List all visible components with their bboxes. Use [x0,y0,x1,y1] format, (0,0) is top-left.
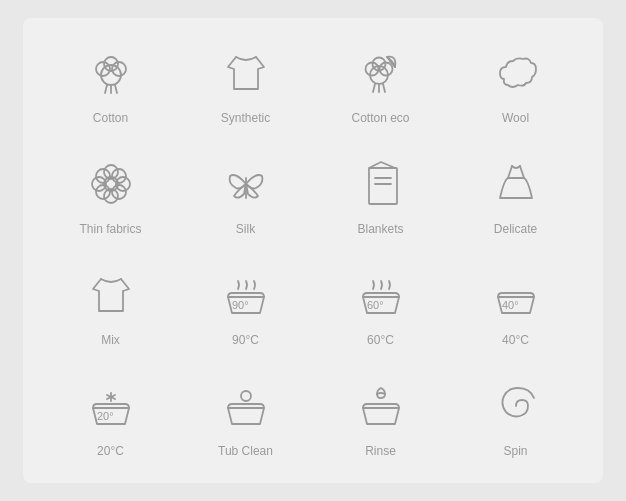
silk-icon [216,154,276,214]
svg-point-19 [96,169,110,183]
thin-fabrics-icon [81,154,141,214]
mix-icon [81,265,141,325]
20c-label: 20°C [97,444,124,458]
40c-icon: 40° [486,265,546,325]
thin-fabrics-label: Thin fabrics [79,222,141,236]
mix-label: Mix [101,333,120,347]
svg-line-13 [383,84,385,92]
item-60c: 60° 60°C [313,251,448,362]
svg-text:40°: 40° [502,299,519,311]
svg-point-0 [101,65,121,85]
svg-point-22 [112,185,126,199]
silk-label: Silk [236,222,255,236]
40c-label: 40°C [502,333,529,347]
svg-text:90°: 90° [232,299,249,311]
cotton-eco-label: Cotton eco [351,111,409,125]
item-spin: Spin [448,362,583,473]
60c-label: 60°C [367,333,394,347]
cotton-label: Cotton [93,111,128,125]
delicate-icon [486,154,546,214]
svg-point-21 [96,185,110,199]
synthetic-label: Synthetic [221,111,270,125]
svg-line-28 [520,166,524,178]
item-cotton-eco: Cotton eco [313,28,448,139]
wool-icon [486,43,546,103]
item-90c: 90° 90°C [178,251,313,362]
item-rinse: Rinse [313,362,448,473]
tub-clean-icon [216,376,276,436]
svg-point-20 [112,169,126,183]
item-tub-clean: Tub Clean [178,362,313,473]
item-silk: Silk [178,139,313,250]
blankets-label: Blankets [357,222,403,236]
60c-icon: 60° [351,265,411,325]
item-cotton: Cotton [43,28,178,139]
svg-point-41 [241,391,251,401]
svg-text:60°: 60° [367,299,384,311]
item-40c: 40° 40°C [448,251,583,362]
svg-line-11 [373,84,375,92]
delicate-label: Delicate [494,222,537,236]
rinse-icon [351,376,411,436]
svg-point-3 [104,57,118,71]
spin-icon [486,376,546,436]
item-thin-fabrics: Thin fabrics [43,139,178,250]
item-mix: Mix [43,251,178,362]
wool-label: Wool [502,111,529,125]
tub-clean-label: Tub Clean [218,444,273,458]
laundry-symbols-grid: Cotton Synthetic [23,18,603,483]
synthetic-icon [216,43,276,103]
rinse-label: Rinse [365,444,396,458]
item-20c: 20° 20°C [43,362,178,473]
90c-icon: 90° [216,265,276,325]
90c-label: 90°C [232,333,259,347]
20c-icon: 20° [81,376,141,436]
spin-label: Spin [503,444,527,458]
cotton-icon [81,43,141,103]
svg-line-4 [105,85,107,93]
svg-line-27 [508,166,512,178]
item-synthetic: Synthetic [178,28,313,139]
blankets-icon [351,154,411,214]
svg-text:20°: 20° [97,410,114,422]
svg-rect-24 [369,168,397,204]
svg-line-6 [115,85,117,93]
item-wool: Wool [448,28,583,139]
item-blankets: Blankets [313,139,448,250]
cotton-eco-icon [351,43,411,103]
item-delicate: Delicate [448,139,583,250]
